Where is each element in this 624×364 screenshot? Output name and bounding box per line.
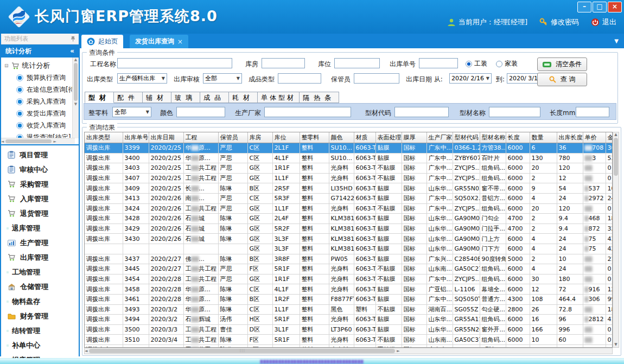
tree-root[interactable]: ⊟ 统计分析 [4,60,79,72]
table-row[interactable]: 调拨出库35102020/3/4工██共工程陈琳F区5R1F整料光身料6063-… [85,335,613,345]
sidebar-module-13[interactable]: 补单中心 [1,338,79,353]
collapse-icon[interactable]: « [70,44,74,58]
minimize-button[interactable]: – [577,2,591,12]
sidebar-module-8[interactable]: 工地管理 [1,265,79,279]
close-button[interactable]: × [608,2,622,12]
material-tab-2[interactable]: 辅材 [143,92,171,103]
clear-conditions-button[interactable]: 清空条件 [537,58,587,71]
table-row[interactable]: G区3L3F整料KLM38176063-T5贴膜国标山东华...GA90M09.… [85,244,613,254]
column-header-10[interactable]: 表面处理 [375,132,402,143]
sidebar-module-5[interactable]: 退库管理 [1,221,79,235]
column-header-6[interactable]: 库位 [272,132,300,143]
order-no-input[interactable] [419,58,458,68]
logout-button[interactable]: 退出 [591,17,616,27]
sidebar-module-2[interactable]: 采购管理 [1,177,79,191]
column-header-2[interactable]: 出库日期 [149,132,183,143]
table-row[interactable]: 调拨出库34942020/3/2石██辉城汤伟H区5R1F整料光身料6063-T… [85,315,613,325]
material-tab-0[interactable]: 型材 [85,92,114,103]
material-tab-4[interactable]: 成品 [200,92,229,103]
table-row[interactable]: 调拨出库34582020/2/28华██原...陈琳C区4L1F整料光身料606… [85,284,613,295]
profile-code-input[interactable] [394,107,449,117]
radio-gongzhuang[interactable]: 工装 [466,59,487,68]
sidebar-module-12[interactable]: 结转管理 [1,323,79,338]
table-row[interactable]: 调拨出库34292020/2/26石██城陈琳G区5R2F整料KLM381760… [85,223,613,234]
date-from-select[interactable]: 2020/ 2/16▼ [449,73,492,84]
tree-item-4[interactable]: 收货入库查询 [4,119,79,131]
table-row[interactable]: 调拨出库35002020/3/3工██共工程曹佳D区3L1F整料LT3P6060… [85,324,613,335]
sidebar-module-3[interactable]: 入库管理 [1,191,79,206]
material-tab-3[interactable]: 玻璃 [171,92,200,103]
table-row[interactable]: 调拨出库34452020/2/27工██共工程严思F区5R1F整料光身料6063… [85,264,613,274]
table-vertical-scrollbar[interactable]: ▲▼ [613,132,619,348]
table-row[interactable]: 调拨出库34002020/2/25华██原...严思C区4L1F整料SU10..… [85,153,613,163]
tab-overflow-icon[interactable]: ▼ [614,38,619,44]
table-row[interactable]: 调拨出库34132020/2/26南██...严思C区5R3F整料G714226… [85,193,613,203]
profile-name-input[interactable] [489,107,540,117]
material-tab-5[interactable]: 耗材 [229,92,258,103]
sidebar-module-11[interactable]: 财务管理 [1,309,79,323]
manufacturer-input[interactable] [264,107,351,117]
tree-item-2[interactable]: 采购入库查询 [4,95,79,107]
table-row[interactable]: 调拨出库33992020/2/25华██原...严思C区2L1F整料SU10..… [85,143,613,154]
table-row[interactable]: 调拨出库34932020/3/2华██原...陈琳C区1L1F整料黑色塑料不贴膜… [85,304,613,315]
sidebar-module-6[interactable]: 生产管理 [1,235,79,250]
whole-part-select[interactable]: 全部▼ [112,107,151,117]
column-header-18[interactable]: 单价 [583,132,606,143]
column-header-7[interactable]: 整零料 [300,132,329,143]
column-header-9[interactable]: 材质 [354,132,375,143]
length-mm-input[interactable] [576,107,609,117]
product-type-input[interactable] [278,73,321,84]
radio-jiazhuang[interactable]: 家装 [496,59,518,68]
table-row[interactable]: 调拨出库34612020/2/28华██原...陈琳B区1R2F整料F8877F… [85,294,613,304]
column-header-17[interactable]: 出库长度 [557,132,583,143]
color-input[interactable] [176,107,225,117]
sidebar-module-4[interactable]: 退货管理 [1,206,79,221]
sidebar-module-7[interactable]: 出库管理 [1,250,79,265]
table-row[interactable]: 调拨出库34282020/2/26石██城陈琳G区2L4F整料KLM381760… [85,214,613,224]
column-header-19[interactable]: 金 [606,132,613,143]
sidebar-module-1[interactable]: 审核中心 [1,162,79,177]
table-row[interactable]: 调拨出库34372020/2/27佛██...陈琳B区3R8F整料PW05606… [85,254,613,264]
sidebar-module-10[interactable]: 物料盘存 [1,294,79,309]
column-header-15[interactable]: 长度 [506,132,530,143]
sidebar-section-header[interactable]: 统计分析 « [1,44,79,58]
pin-icon[interactable] [71,36,75,42]
maximize-button[interactable]: □ [593,2,607,12]
location-input[interactable] [334,58,380,68]
column-header-0[interactable]: 出库类型 [85,132,123,143]
tree-item-3[interactable]: 发货出库查询 [4,107,79,119]
tree-vertical-scrollbar[interactable]: ▲▼ [72,58,79,138]
tree-horizontal-scrollbar[interactable]: ◄► [1,138,75,144]
tree-item-0[interactable]: 预算执行查询 [4,72,79,84]
material-tab-7[interactable]: 隔热条 [300,92,339,103]
table-horizontal-scrollbar[interactable]: ◄᎒᎒᎒► [84,348,613,354]
out-audit-select[interactable]: 全部▼ [203,73,242,84]
column-header-13[interactable]: 型材代码 [453,132,480,143]
material-tab-1[interactable]: 配件 [114,92,143,103]
column-header-5[interactable]: 库房 [247,132,272,143]
table-row[interactable]: 调拨出库34542020/2/28工██共工程严思G区1R1F整料光身料6063… [85,274,613,284]
keeper-input[interactable] [354,73,399,84]
table-row[interactable]: 调拨出库34092020/2/25长██...陈琳B区2R5F整料LI35HD6… [85,183,613,194]
material-tab-6[interactable]: 单体型材 [258,92,300,103]
table-row[interactable]: 调拨出库34302020/2/26石██城陈琳G区3L3F整料KLM381760… [85,234,613,244]
column-header-16[interactable]: 数量 [530,132,557,143]
column-header-12[interactable]: 生产厂家 [426,132,453,143]
column-header-14[interactable]: 型材名称 [480,132,506,143]
change-password-button[interactable]: 修改密码 [539,17,579,27]
table-row[interactable]: 调拨出库34032020/2/25工██共工程严思G区1R1F整料光身料6063… [85,163,613,174]
table-row[interactable]: 调拨出库34242020/2/26工██共工程严思G区1L1F整料光身料6063… [85,203,613,214]
warehouse-input[interactable] [262,58,305,68]
tree-expander[interactable]: ⊟ [4,63,9,68]
close-tab-icon[interactable]: × [177,38,183,46]
column-header-8[interactable]: 颜色 [329,132,354,143]
column-header-1[interactable]: 出库单号 [123,132,149,143]
table-row[interactable]: 调拨出库34072020/2/25工██共工程严思G区1L1F整料光身料6063… [85,173,613,183]
tab-shipping-outbound-query[interactable]: 发货出库查询 × [130,35,188,48]
column-header-3[interactable]: 工程 [183,132,218,143]
search-button[interactable]: 查 询 [537,73,587,86]
tab-home[interactable]: 起始页 [81,35,123,48]
sidebar-module-0[interactable]: 项目管理 [1,148,79,162]
sidebar-module-9[interactable]: 仓储管理 [1,279,79,294]
project-input[interactable] [117,58,232,68]
